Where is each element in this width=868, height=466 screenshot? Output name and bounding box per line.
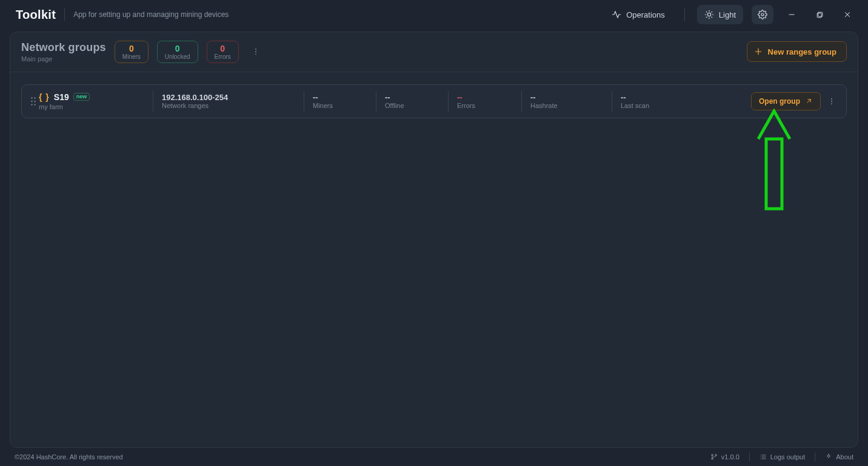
app-name: Toolkit	[16, 8, 56, 22]
svg-point-28	[831, 101, 832, 102]
svg-point-0	[707, 13, 710, 16]
page-subtitle: Main page	[21, 55, 106, 62]
ranges-label: Network ranges	[162, 102, 295, 109]
open-group-button[interactable]: Open group	[751, 92, 821, 110]
row-menu-button[interactable]	[824, 92, 839, 110]
page-title: Network groups	[21, 41, 106, 54]
svg-point-20	[31, 97, 33, 99]
version-label: v1.0.0	[721, 453, 739, 461]
statusbar-divider	[815, 453, 815, 461]
titlebar-vdiv	[684, 8, 685, 21]
logs-output-label: Logs output	[770, 453, 806, 461]
svg-point-17	[255, 53, 256, 55]
version-indicator[interactable]: v1.0.0	[710, 453, 739, 461]
settings-button[interactable]	[752, 5, 773, 24]
open-group-label: Open group	[759, 97, 800, 106]
header-menu-button[interactable]	[247, 43, 264, 60]
stat-unlocked-value: 0	[175, 44, 180, 53]
logs-output-button[interactable]: Logs output	[760, 453, 806, 461]
sun-icon	[704, 10, 714, 19]
errors-value: --	[457, 93, 513, 102]
copyright: ©2024 HashCore. All rights reserved	[15, 453, 123, 461]
stat-unlocked: 0 Unlocked	[157, 41, 198, 63]
grip-icon	[30, 96, 36, 106]
gear-icon	[758, 10, 767, 19]
col-miners: -- Miners	[304, 85, 376, 118]
about-button[interactable]: About	[825, 453, 853, 461]
col-ranges: 192.168.0.100-254 Network ranges	[153, 85, 304, 118]
svg-line-4	[712, 17, 712, 18]
page-title-wrap: Network groups Main page	[21, 41, 106, 62]
miners-value: --	[313, 93, 367, 102]
operations-button[interactable]: Operations	[604, 5, 672, 24]
window-maximize-button[interactable]	[810, 5, 829, 24]
theme-label: Light	[719, 10, 736, 19]
col-offline: -- Offline	[376, 85, 448, 118]
hashrate-value: --	[530, 93, 603, 102]
kebab-icon	[252, 47, 260, 56]
svg-line-8	[712, 12, 712, 12]
window-minimize-button[interactable]	[782, 5, 801, 24]
offline-label: Offline	[385, 102, 439, 109]
stat-miners-value: 0	[129, 44, 134, 53]
svg-point-15	[255, 49, 256, 50]
col-errors: -- Errors	[449, 85, 521, 118]
svg-point-24	[31, 104, 33, 106]
col-lastscan: -- Last scan	[612, 85, 751, 118]
operations-label: Operations	[626, 10, 665, 19]
arrow-up-right-icon	[805, 97, 813, 105]
window-close-button[interactable]	[838, 5, 857, 24]
svg-line-26	[807, 100, 810, 103]
svg-line-3	[706, 12, 707, 12]
annotation-arrow-icon	[756, 109, 792, 212]
miners-label: Miners	[313, 102, 367, 109]
minimize-icon	[787, 10, 796, 19]
lastscan-label: Last scan	[621, 102, 743, 109]
ranges-value: 192.168.0.100-254	[162, 93, 295, 102]
tag-new: new	[73, 93, 90, 101]
svg-point-23	[34, 100, 36, 102]
svg-point-29	[831, 103, 832, 104]
svg-point-16	[255, 51, 256, 52]
svg-rect-11	[818, 12, 822, 16]
titlebar: Toolkit App for setting up and managing …	[0, 0, 868, 29]
stat-unlocked-label: Unlocked	[165, 53, 190, 61]
col-hashrate: -- Hashrate	[522, 85, 612, 118]
svg-point-27	[831, 98, 832, 100]
new-ranges-group-button[interactable]: New ranges group	[747, 41, 847, 62]
about-label: About	[836, 453, 853, 461]
svg-point-25	[34, 104, 36, 106]
git-branch-icon	[710, 453, 718, 461]
page-header: Network groups Main page 0 Miners 0 Unlo…	[10, 32, 858, 72]
maximize-icon	[816, 11, 824, 19]
close-icon	[843, 10, 852, 19]
theme-button[interactable]: Light	[697, 5, 743, 24]
group-subtitle: my farm	[39, 103, 153, 110]
stat-errors-value: 0	[220, 44, 225, 53]
svg-line-7	[706, 17, 707, 18]
hashrate-label: Hashrate	[530, 102, 603, 109]
kebab-icon	[827, 97, 836, 106]
svg-point-21	[34, 97, 36, 99]
statusbar-divider	[749, 453, 750, 461]
curly-braces-icon: { }	[39, 92, 50, 102]
stat-miners-label: Miners	[122, 53, 141, 61]
new-ranges-group-label: New ranges group	[768, 47, 836, 56]
drag-handle[interactable]	[28, 85, 39, 118]
activity-icon	[612, 10, 621, 19]
app-description: App for setting up and managing mining d…	[73, 10, 229, 19]
svg-point-9	[761, 13, 764, 16]
svg-rect-30	[766, 139, 782, 209]
stat-miners: 0 Miners	[115, 41, 149, 63]
main-panel: Network groups Main page 0 Miners 0 Unlo…	[10, 32, 858, 448]
group-name-cell: { } S19 new my farm	[39, 85, 153, 118]
plus-icon	[753, 47, 763, 56]
lastscan-value: --	[621, 93, 743, 102]
svg-point-22	[31, 100, 33, 102]
offline-value: --	[385, 93, 439, 102]
group-row[interactable]: { } S19 new my farm 192.168.0.100-254 Ne…	[21, 84, 847, 118]
titlebar-divider	[64, 8, 65, 21]
stat-errors: 0 Errors	[207, 41, 239, 63]
sparkle-icon	[825, 453, 832, 461]
group-name: S19	[54, 92, 69, 102]
